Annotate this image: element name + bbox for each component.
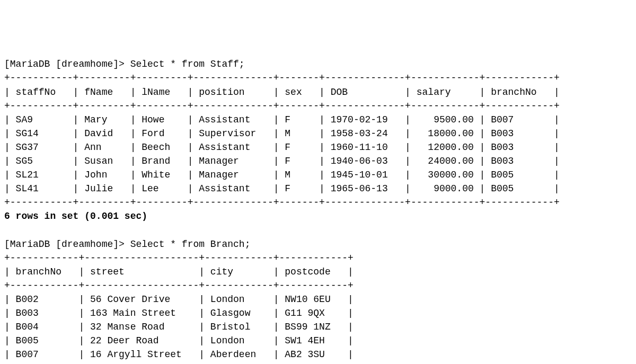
staff-status: 6 rows in set (0.001 sec) — [4, 211, 147, 221]
staff-table-line: | SG37 | Ann | Beech | Assistant | F | 1… — [4, 142, 560, 153]
branch-table-line: | B004 | 32 Manse Road | Bristol | BS99 … — [4, 322, 354, 332]
sql-prompt-branch: [MariaDB [dreamhome]> Select * from Bran… — [4, 239, 250, 250]
staff-table-line: | SL41 | Julie | Lee | Assistant | F | 1… — [4, 183, 560, 194]
staff-table-line: +-----------+---------+---------+-------… — [4, 101, 560, 111]
branch-table-line: | B005 | 22 Deer Road | London | SW1 4EH… — [4, 335, 354, 346]
sql-prompt-staff: [MariaDB [dreamhome]> Select * from Staf… — [4, 59, 245, 69]
branch-table-line: | B002 | 56 Cover Drive | London | NW10 … — [4, 294, 354, 305]
staff-table-line: | SG5 | Susan | Brand | Manager | F | 19… — [4, 156, 560, 166]
staff-table-line: | SG14 | David | Ford | Supervisor | M |… — [4, 128, 560, 139]
staff-table-line: +-----------+---------+---------+-------… — [4, 197, 560, 208]
staff-table-line: | staffNo | fName | lName | position | s… — [4, 87, 560, 97]
branch-table-line: +------------+--------------------+-----… — [4, 253, 354, 263]
branch-table-line: | branchNo | street | city | postcode | — [4, 267, 354, 277]
staff-table-line: +-----------+---------+---------+-------… — [4, 73, 560, 83]
staff-table-line: | SA9 | Mary | Howe | Assistant | F | 19… — [4, 114, 560, 125]
branch-table-line: | B007 | 16 Argyll Street | Aberdeen | A… — [4, 349, 354, 360]
staff-table-line: | SL21 | John | White | Manager | M | 19… — [4, 170, 560, 180]
branch-table-line: +------------+--------------------+-----… — [4, 280, 354, 291]
branch-table-line: | B003 | 163 Main Street | Glasgow | G11… — [4, 308, 354, 318]
